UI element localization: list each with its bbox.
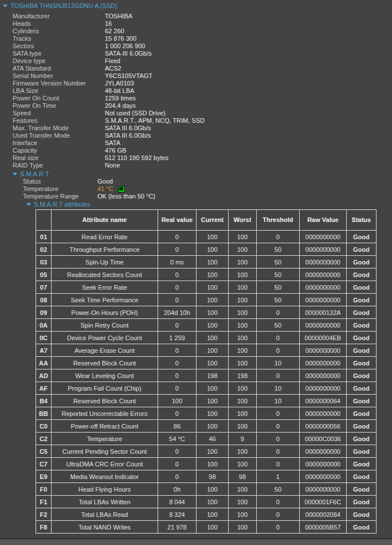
attribute-id-cell: BB: [36, 407, 52, 420]
smart-attribute-row: 01 Read Error Rate 0 100 100 0 000000000…: [36, 231, 377, 243]
raw-value-cell: 0000000000: [299, 344, 346, 357]
attribute-id-cell: 08: [36, 294, 52, 306]
attribute-id-cell: E9: [36, 470, 52, 483]
real-value-cell: 0: [158, 369, 196, 382]
attribute-name-cell: Reserved Block Count: [51, 357, 158, 369]
raw-value-cell: 0000000000: [299, 294, 346, 306]
real-value-cell: 0h: [158, 483, 196, 496]
property-label: Power On Count: [13, 95, 105, 102]
real-value-cell: 0: [158, 243, 196, 256]
attribute-name-cell: Current Pending Sector Count: [51, 445, 158, 458]
threshold-cell: 0: [256, 458, 299, 470]
raw-value-cell: 0000000000: [299, 445, 346, 458]
attribute-name-cell: Temperature: [51, 433, 158, 445]
property-label: Speed: [13, 110, 105, 117]
smart-attributes-section-header[interactable]: S.M.A.R.T attributes: [26, 201, 392, 208]
real-value-cell: 100: [158, 395, 196, 407]
property-label: Device type: [13, 57, 105, 65]
current-cell: 100: [196, 332, 228, 344]
smart-attribute-row: F8 Total NAND Writes 21 978 100 100 0 00…: [36, 521, 377, 534]
attribute-id-cell: AD: [36, 369, 52, 382]
device-property-row: Interface SATA: [0, 139, 392, 147]
smart-temperature-range-value: OK (less than 50 °C): [97, 193, 155, 200]
attribute-id-cell: F1: [36, 496, 52, 508]
attribute-id-cell: AA: [36, 357, 52, 369]
real-value-cell: 0: [158, 357, 196, 369]
current-cell: 100: [196, 445, 228, 458]
worst-cell: 100: [228, 332, 256, 344]
current-cell: 100: [196, 395, 228, 407]
worst-cell: 100: [228, 319, 256, 332]
attribute-id-cell: C2: [36, 433, 52, 445]
attribute-id-cell: F8: [36, 521, 52, 534]
property-value: 16: [105, 20, 112, 28]
attribute-id-cell: 02: [36, 243, 52, 256]
threshold-cell: 50: [256, 243, 299, 256]
threshold-cell: 0: [256, 369, 299, 382]
attribute-name-cell: Read Error Rate: [51, 231, 158, 243]
attribute-name-cell: Media Wearout Indicator: [51, 470, 158, 483]
device-property-row: SATA type SATA-III 6.0Gb/s: [0, 50, 392, 57]
attribute-name-cell: Spin-Up Time: [51, 256, 158, 268]
smart-attribute-row: BB Reported Uncorrectable Errors 0 100 1…: [36, 407, 377, 420]
property-value: 62 260: [105, 28, 124, 35]
device-property-row: Capacity 476 GB: [0, 147, 392, 154]
attribute-name-cell: Reallocated Sectors Count: [51, 268, 158, 281]
device-section-header[interactable]: TOSHIBA THNSNJ512GDNU A (SSD): [3, 2, 392, 10]
raw-value-cell: 0000000000: [299, 470, 346, 483]
current-cell: 98: [196, 470, 228, 483]
smart-status-label: Status: [23, 178, 97, 185]
smart-temperature-range-label: Temperature Range: [23, 193, 97, 200]
real-value-cell: 0: [158, 382, 196, 395]
raw-value-cell: 0000001F6C: [299, 496, 346, 508]
property-label: SATA type: [13, 50, 105, 57]
property-value: 15 876 300: [105, 35, 136, 42]
id-column-header: [36, 210, 52, 231]
current-cell: 100: [196, 319, 228, 332]
smart-attribute-row: E9 Media Wearout Indicator 0 98 98 1 000…: [36, 470, 377, 483]
threshold-cell: 1: [256, 470, 299, 483]
temperature-status-icon: [118, 186, 125, 193]
status-cell: Good: [346, 420, 376, 433]
property-label: Tracks: [13, 35, 105, 42]
raw-value-cell: 000000132A: [299, 306, 346, 319]
property-label: Manufacturer: [13, 13, 105, 20]
raw-value-cell: 0000000000: [299, 382, 346, 395]
attribute-id-cell: AF: [36, 382, 52, 395]
real-value-cell: 54 °C: [158, 433, 196, 445]
current-cell: 100: [196, 243, 228, 256]
table-header-row: Attribute name Real value Current Worst …: [36, 210, 377, 231]
device-title: TOSHIBA THNSNJ512GDNU A (SSD): [10, 2, 117, 10]
threshold-cell: 0: [256, 521, 299, 534]
property-label: Interface: [13, 139, 105, 147]
device-property-row: Max. Transfer Mode SATA III 6.0Gb/s: [0, 124, 392, 132]
pane-bottom-scrollbar-track[interactable]: [0, 538, 392, 545]
smart-section-header[interactable]: S.M.A.R.T: [13, 170, 392, 178]
smart-attribute-row: 02 Throughput Performance 0 100 100 50 0…: [36, 243, 377, 256]
threshold-cell: 0: [256, 344, 299, 357]
worst-cell: 9: [228, 433, 256, 445]
property-label: RAID Type: [13, 162, 105, 169]
temperature-graph-grid: [119, 187, 123, 190]
device-property-row: ATA Standard ACS2: [0, 65, 392, 72]
worst-cell: 98: [228, 470, 256, 483]
device-property-row: Used Transfer Mode SATA III 6.0Gb/s: [0, 132, 392, 139]
smart-attribute-row: C5 Current Pending Sector Count 0 100 10…: [36, 445, 377, 458]
current-cell: 100: [196, 508, 228, 521]
smart-attribute-row: 0A Spin Retry Count 0 100 100 50 0000000…: [36, 319, 377, 332]
worst-cell: 100: [228, 521, 256, 534]
device-property-row: RAID Type None: [0, 162, 392, 169]
current-cell: 100: [196, 483, 228, 496]
device-property-row: Features S.M.A.R.T., APM, NCQ, TRIM, SSD: [0, 117, 392, 124]
threshold-cell: 0: [256, 332, 299, 344]
raw-value-column-header: Raw Value: [299, 210, 346, 231]
attribute-name-cell: Spin Retry Count: [51, 319, 158, 332]
attribute-id-cell: C5: [36, 445, 52, 458]
status-cell: Good: [346, 470, 376, 483]
attribute-name-cell: Total LBAs Written: [51, 496, 158, 508]
real-value-cell: 8 044: [158, 496, 196, 508]
attribute-id-cell: 0C: [36, 332, 52, 344]
property-label: Heads: [13, 20, 105, 28]
property-label: Real size: [13, 154, 105, 162]
property-label: Features: [13, 117, 105, 124]
